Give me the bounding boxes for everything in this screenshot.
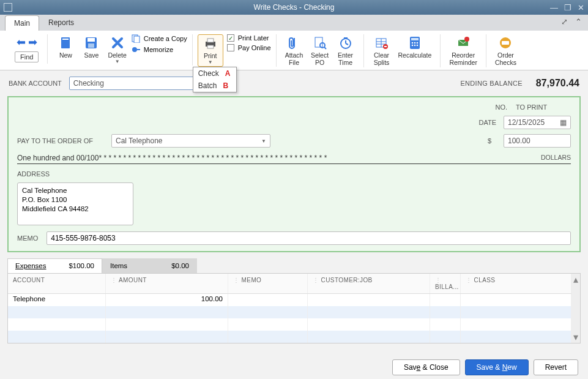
svg-rect-1 — [62, 39, 69, 40]
scroll-up-icon[interactable]: ▴ — [573, 274, 578, 285]
document-search-icon — [313, 36, 327, 50]
revert-button[interactable]: Revert — [534, 359, 578, 375]
order-checks-icon — [498, 36, 513, 50]
print-icon — [203, 36, 218, 51]
svg-rect-18 — [411, 38, 419, 40]
next-arrow-icon[interactable]: ➡ — [28, 36, 37, 49]
table-row[interactable] — [8, 306, 571, 318]
account-balance-row: BANK ACCOUNT Checking▼ ENDING BALANCE 87… — [0, 70, 588, 96]
col-amount[interactable]: ⋮ AMOUNT — [106, 274, 228, 293]
print-menu-batch[interactable]: Batch B — [193, 80, 237, 92]
address-box[interactable]: Cal Telephone P.O. Box 1100 Middlefield … — [17, 182, 133, 225]
calendar-icon[interactable]: ▦ — [560, 118, 567, 127]
svg-rect-3 — [87, 38, 95, 42]
grid-header: ACCOUNT ⋮ AMOUNT ⋮ MEMO ⋮ CUSTOMER:JOB ⋮… — [8, 274, 571, 294]
tab-reports[interactable]: Reports — [39, 15, 83, 31]
checkmark-icon: ✓ — [227, 34, 234, 42]
memo-input[interactable]: 415-555-9876-8053 — [47, 231, 571, 245]
svg-rect-9 — [207, 39, 214, 42]
check-face: NO. TO PRINT DATE 12/15/2025 ▦ PAY TO TH… — [7, 96, 581, 252]
close-icon[interactable]: ✕ — [578, 3, 584, 12]
col-memo[interactable]: ⋮ MEMO — [228, 274, 308, 293]
svg-rect-4 — [88, 43, 94, 48]
svg-point-7 — [132, 47, 137, 52]
svg-rect-6 — [134, 36, 140, 43]
fullscreen-icon[interactable]: ⤢ — [561, 17, 568, 26]
print-button[interactable]: Print▼ Check A Batch B — [198, 34, 223, 67]
payee-select[interactable]: Cal Telephone▼ — [111, 134, 270, 148]
collapse-icon[interactable]: ⌃ — [575, 17, 582, 26]
select-po-button[interactable]: SelectPO — [307, 34, 333, 67]
svg-rect-11 — [315, 37, 322, 47]
pay-online-checkbox[interactable]: Pay Online — [227, 44, 271, 51]
svg-rect-14 — [344, 37, 348, 39]
tab-expenses[interactable]: Expenses $100.00 — [7, 258, 102, 273]
minimize-icon[interactable]: — — [550, 3, 558, 12]
window-system-icon — [4, 3, 12, 12]
col-class[interactable]: ⋮ CLASS — [461, 274, 571, 293]
maximize-icon[interactable]: ❐ — [564, 3, 571, 12]
recalculate-button[interactable]: Recalculate — [395, 34, 436, 60]
svg-point-26 — [464, 37, 469, 42]
tab-bar: Main Reports ⤢ ⌃ — [0, 15, 588, 31]
toolbar-ribbon: ⬅ ➡ Find New Save Delete▼ Create a Copy — [0, 31, 588, 70]
delete-icon — [110, 36, 125, 50]
amount-input[interactable]: 100.00 — [504, 134, 571, 148]
print-menu-check[interactable]: Check A — [193, 67, 237, 80]
svg-rect-28 — [502, 41, 509, 45]
save-icon — [84, 36, 99, 50]
tab-items[interactable]: Items $0.00 — [102, 258, 197, 273]
enter-time-button[interactable]: EnterTime — [333, 34, 359, 67]
col-billable[interactable]: ⋮ BILLA... — [430, 274, 461, 293]
col-customer[interactable]: ⋮ CUSTOMER:JOB — [308, 274, 430, 293]
calculator-icon — [408, 36, 422, 50]
title-bar: Write Checks - Checking — ❐ ✕ — [0, 0, 588, 15]
delete-button[interactable]: Delete▼ — [104, 34, 130, 66]
reorder-reminder-button[interactable]: ReorderReminder — [445, 34, 481, 67]
table-row[interactable] — [8, 331, 571, 343]
check-no-value: TO PRINT — [516, 103, 571, 111]
table-row[interactable] — [8, 318, 571, 331]
create-copy-button[interactable]: Create a Copy — [132, 34, 187, 43]
checkbox-empty-icon — [227, 44, 234, 51]
save-new-button[interactable]: Save & New — [465, 359, 529, 375]
check-date-input[interactable]: 12/15/2025 ▦ — [504, 116, 571, 129]
tab-main[interactable]: Main — [5, 15, 39, 31]
new-icon — [58, 36, 73, 50]
clear-splits-button[interactable]: ClearSplits — [369, 34, 395, 67]
svg-point-21 — [417, 42, 419, 44]
bank-account-select[interactable]: Checking▼ — [69, 77, 204, 90]
svg-rect-10 — [207, 45, 214, 48]
prev-arrow-icon[interactable]: ⬅ — [17, 36, 26, 49]
table-row[interactable]: Telephone100.00 — [8, 294, 571, 306]
ending-balance-label: ENDING BALANCE — [460, 80, 522, 87]
save-close-button[interactable]: Save & Close — [392, 359, 460, 375]
svg-point-24 — [417, 45, 419, 47]
order-checks-button[interactable]: OrderChecks — [491, 34, 520, 67]
attach-file-button[interactable]: AttachFile — [281, 34, 307, 67]
svg-point-19 — [412, 42, 414, 44]
check-no-label: NO. — [495, 103, 507, 111]
print-later-checkbox[interactable]: ✓ Print Later — [227, 34, 271, 42]
svg-point-23 — [414, 45, 416, 47]
col-account[interactable]: ACCOUNT — [8, 274, 106, 293]
new-button[interactable]: New — [53, 34, 78, 60]
scroll-down-icon[interactable]: ▾ — [573, 331, 578, 343]
find-button[interactable]: Find — [15, 51, 39, 62]
window-title: Write Checks - Checking — [254, 3, 335, 12]
footer-buttons: Save & Close Save & New Revert — [392, 359, 578, 375]
copy-icon — [132, 34, 140, 43]
vertical-scrollbar[interactable]: ▴ ▾ — [571, 274, 580, 343]
splits-grid: ACCOUNT ⋮ AMOUNT ⋮ MEMO ⋮ CUSTOMER:JOB ⋮… — [7, 273, 581, 343]
ending-balance-value: 87,970.44 — [536, 78, 579, 89]
print-menu: Check A Batch B — [193, 67, 237, 92]
amount-in-words: One hundred and 00/100* * * * * * * * * … — [17, 152, 571, 164]
clock-icon — [338, 36, 353, 50]
memorize-button[interactable]: Memorize — [132, 45, 187, 54]
pay-to-label: PAY TO THE ORDER OF — [17, 137, 103, 144]
address-label: ADDRESS — [17, 170, 50, 178]
paperclip-icon — [287, 36, 302, 50]
reorder-icon — [456, 36, 471, 50]
memo-label: MEMO — [17, 235, 38, 242]
save-button[interactable]: Save — [78, 34, 104, 60]
